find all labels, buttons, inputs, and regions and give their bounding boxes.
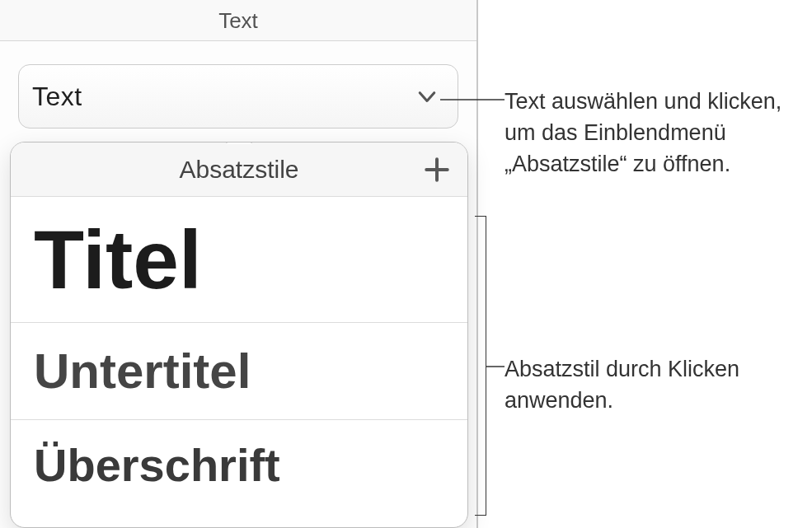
format-panel: Text Text Absatzstile Titel Untertitel Ü… — [0, 0, 478, 528]
callout-apply-style: Absatzstil durch Klicken anwenden. — [505, 354, 768, 417]
plus-icon[interactable] — [423, 156, 451, 184]
callout-selector: Text auswählen und klicken, um das Einbl… — [505, 86, 810, 180]
selected-style-label: Text — [32, 82, 82, 112]
style-item-ueberschrift[interactable]: Überschrift — [11, 420, 467, 510]
style-item-label: Überschrift — [34, 439, 280, 491]
panel-header: Text — [0, 0, 476, 41]
style-item-titel[interactable]: Titel — [11, 197, 467, 323]
popover-header: Absatzstile — [11, 143, 467, 197]
callout-leader-1 — [440, 96, 505, 104]
style-item-label: Untertitel — [34, 343, 251, 399]
style-item-untertitel[interactable]: Untertitel — [11, 323, 467, 420]
style-item-label: Titel — [34, 213, 202, 306]
paragraph-styles-popover: Absatzstile Titel Untertitel Überschrift — [10, 142, 468, 528]
callout-bracket-styles — [475, 216, 486, 516]
popover-title: Absatzstile — [179, 156, 298, 184]
panel-title: Text — [218, 8, 258, 33]
style-list: Titel Untertitel Überschrift — [11, 197, 467, 510]
callout-leader-2 — [486, 362, 505, 371]
paragraph-style-selector[interactable]: Text — [18, 64, 458, 128]
chevron-down-icon — [416, 86, 438, 107]
